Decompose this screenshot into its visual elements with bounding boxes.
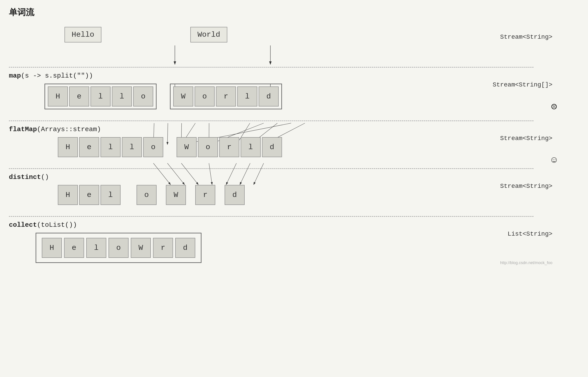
stream-label-flatmap: Stream<String> (500, 135, 552, 142)
map-W: W (173, 86, 193, 106)
flatmap-W-o: o (198, 137, 218, 157)
flatmap-W-r: r (219, 137, 239, 157)
page-title: 单词流 (9, 7, 579, 18)
world-word-box: World (190, 27, 227, 42)
watermark: http://blog.csdn.net/mock_foo (500, 260, 552, 265)
stream-label-map: Stream<String[]> (492, 81, 552, 88)
happy-emoji: ☺ (551, 155, 557, 165)
distinct-r: r (195, 185, 215, 205)
flatmap-l2: l (122, 137, 142, 157)
map-H: H (48, 86, 68, 106)
collect-r: r (153, 238, 173, 258)
map-hello-container: H e l l o (45, 83, 156, 109)
stream-label-top: Stream<String> (500, 34, 552, 40)
flatmap-hello-group: H e l l o (58, 137, 163, 157)
map-label: map(s -> s.split("")) (9, 72, 579, 80)
flatmap-H: H (58, 137, 78, 157)
hello-word-box: Hello (64, 27, 101, 42)
collect-l: l (86, 238, 106, 258)
flatmap-label: flatMap(Arrays::stream) (9, 126, 579, 133)
collect-e: e (64, 238, 84, 258)
flatmap-e: e (79, 137, 99, 157)
distinct-d: d (225, 185, 245, 205)
distinct-o: o (137, 185, 156, 205)
flatmap-W: W (177, 137, 197, 157)
flatmap-o: o (143, 137, 163, 157)
flatmap-l1: l (100, 137, 120, 157)
collect-o: o (108, 238, 129, 258)
distinct-l: l (100, 185, 120, 205)
collect-H: H (42, 238, 62, 258)
distinct-group: H e l o W r d (58, 185, 245, 205)
collect-label: collect(toList()) (9, 221, 579, 229)
map-W-d: d (259, 86, 279, 106)
collect-d: d (175, 238, 195, 258)
distinct-H: H (58, 185, 78, 205)
distinct-e: e (79, 185, 99, 205)
map-W-o: o (195, 86, 215, 106)
map-W-l: l (237, 86, 257, 106)
map-l2: l (112, 86, 132, 106)
map-world-container: W o r l d (170, 83, 282, 109)
collect-W: W (131, 238, 151, 258)
flatmap-W-d: d (262, 137, 282, 157)
flatmap-W-l: l (241, 137, 261, 157)
map-o: o (133, 86, 153, 106)
map-l1: l (91, 86, 110, 106)
stream-label-distinct: Stream<String> (500, 183, 552, 190)
flatmap-world-group: W o r l d (177, 137, 282, 157)
distinct-W: W (166, 185, 186, 205)
distinct-label: distinct() (9, 173, 579, 181)
collect-container: H e l o W r d (36, 233, 202, 263)
map-e: e (69, 86, 89, 106)
stream-label-collect: List<String> (507, 231, 552, 237)
map-W-r: r (216, 86, 236, 106)
sad-emoji: ☹ (551, 101, 557, 113)
